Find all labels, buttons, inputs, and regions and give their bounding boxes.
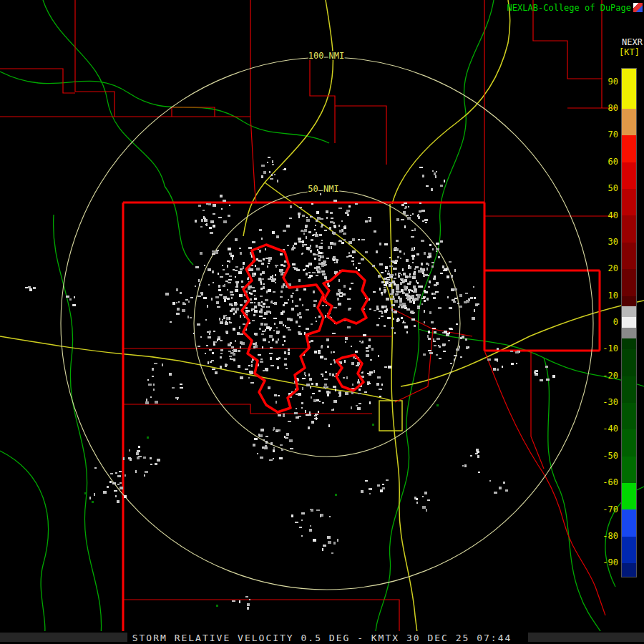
colorbar-tick-10: 10: [594, 291, 618, 301]
colorbar-segment: [622, 296, 636, 307]
colorbar-tick--70: -70: [594, 504, 618, 514]
colorbar-segment: [622, 509, 636, 536]
colorbar-tick--50: -50: [594, 451, 618, 461]
colorbar-tick--20: -20: [594, 371, 618, 381]
colorbar-segment: [622, 338, 636, 349]
colorbar-segment: [622, 215, 636, 242]
status-bar: STORM RELATIVE VELOCITY 0.5 DEG - KMTX 3…: [0, 631, 644, 644]
colorbar-tick-80: 80: [594, 103, 618, 113]
colorbar-segment: [622, 269, 636, 296]
colorbar-segment: [622, 537, 636, 563]
range-ring-50nmi-label: 50 NMI: [308, 184, 338, 194]
colorbar-segment: [622, 483, 636, 509]
colorbar-segment: [622, 306, 636, 317]
radar-app-window: 100 NMI 50 NMI NEXLAB-College of DuPage …: [0, 0, 644, 644]
range-rings: [61, 57, 593, 590]
colorbar-segment: [622, 189, 636, 215]
colorbar-tick-20: 20: [594, 263, 618, 273]
colorbar-tick-50: 50: [594, 183, 618, 193]
colorbar-tick-0: 0: [594, 317, 618, 327]
colorbar-tick--80: -80: [594, 531, 618, 541]
colorbar-segment: [622, 328, 636, 338]
colorbar-segment: [622, 349, 636, 376]
colorbar-tick-70: 70: [594, 130, 618, 140]
product-code-label: NEXR: [622, 37, 643, 47]
status-bar-text: STORM RELATIVE VELOCITY 0.5 DEG - KMTX 3…: [0, 633, 644, 643]
radar-map-canvas[interactable]: 100 NMI 50 NMI: [0, 0, 644, 644]
colorbar-segment: [622, 109, 636, 135]
warning-polygon: [336, 355, 364, 391]
state-borders: [123, 203, 600, 644]
colorbar-segment: [622, 429, 636, 456]
colorbar-tick--10: -10: [594, 343, 618, 353]
radar-echoes: [25, 157, 555, 610]
colorbar-tick-30: 30: [594, 237, 618, 247]
colorbar-segment: [622, 376, 636, 403]
range-ring-100nmi-label: 100 NMI: [308, 51, 345, 61]
product-units-label: [KT]: [619, 47, 640, 57]
colorbar-segment: [622, 69, 636, 82]
velocity-colorbar: [621, 68, 637, 577]
warning-polygon: [323, 270, 368, 323]
brand-title: NEXLAB-College of DuPage: [507, 3, 631, 13]
colorbar-tick--90: -90: [594, 557, 618, 567]
colorbar-segment: [622, 82, 636, 109]
colorbar-segment: [622, 317, 636, 328]
cod-logo-icon: [633, 3, 643, 12]
colorbar-segment: [622, 563, 636, 577]
county-borders: [0, 0, 617, 644]
colorbar-tick-90: 90: [594, 77, 618, 87]
colorbar-segment: [622, 403, 636, 429]
range-ring-100nmi: [61, 57, 593, 590]
colorbar-tick--60: -60: [594, 477, 618, 487]
colorbar-segment: [622, 162, 636, 189]
colorbar-tick-60: 60: [594, 157, 618, 167]
colorbar-tick--40: -40: [594, 424, 618, 434]
colorbar-segment: [622, 457, 636, 483]
colorbar-segment: [622, 243, 636, 269]
colorbar-segment: [622, 135, 636, 162]
colorbar-tick--30: -30: [594, 397, 618, 407]
colorbar-tick-40: 40: [594, 210, 618, 220]
